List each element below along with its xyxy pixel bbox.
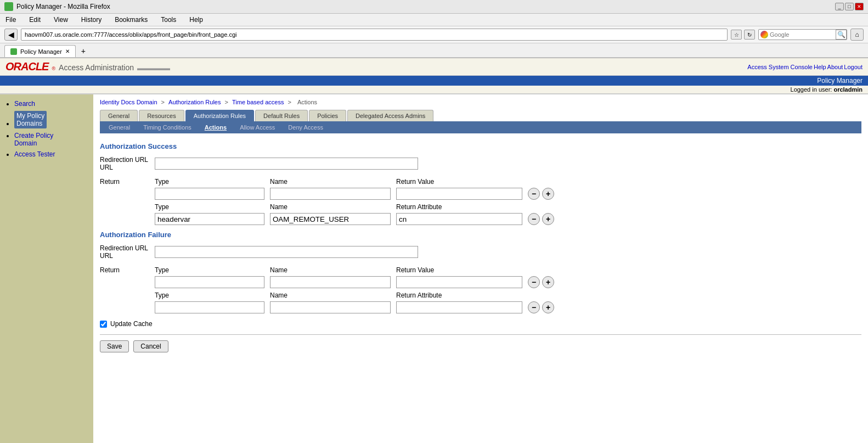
breadcrumb-sep-2: >: [225, 99, 230, 105]
tab-icon: [10, 48, 17, 55]
save-button[interactable]: Save: [100, 340, 129, 352]
loading-indicator: ▬▬▬▬▬: [137, 64, 170, 72]
create-policy-domain-link[interactable]: Create PolicyDomain: [14, 132, 53, 147]
update-cache-checkbox[interactable]: [100, 321, 107, 328]
auth-success-name-header-2: Name: [270, 203, 391, 211]
menu-tools[interactable]: Tools: [157, 15, 179, 25]
tab-authorization-rules[interactable]: Authorization Rules: [185, 110, 254, 121]
auth-failure-name-header-2: Name: [270, 291, 391, 299]
auth-success-type-input-2[interactable]: [155, 213, 264, 225]
sidebar: Search My PolicyDomains Create PolicyDom…: [0, 94, 93, 443]
auth-failure-add-row-2-button[interactable]: +: [542, 301, 554, 313]
star-icon: ☆: [731, 30, 742, 40]
menu-help[interactable]: Help: [186, 15, 206, 25]
auth-success-type-input-1[interactable]: [155, 188, 264, 200]
search-link[interactable]: Search: [14, 100, 35, 108]
auth-success-return-value-input-1[interactable]: [396, 188, 522, 200]
tab-default-rules[interactable]: Default Rules: [255, 110, 308, 121]
access-system-console-link[interactable]: Access System Console: [747, 64, 813, 70]
sub-tab-deny-access[interactable]: Deny Access: [281, 122, 330, 132]
auth-failure-return-headers: Return Type Name Return Value: [100, 266, 861, 274]
breadcrumb-actions: Actions: [297, 99, 317, 105]
logged-in-prefix: Logged in user:: [791, 86, 832, 93]
search-button[interactable]: 🔍: [836, 30, 847, 40]
auth-failure-return-value-input-1[interactable]: [396, 276, 522, 288]
maximize-button[interactable]: □: [845, 3, 854, 10]
help-link[interactable]: Help: [814, 64, 826, 70]
update-cache-label: Update Cache: [110, 320, 153, 328]
auth-failure-add-row-1-button[interactable]: +: [542, 276, 554, 288]
tab-policies[interactable]: Policies: [309, 110, 346, 121]
logout-link[interactable]: Logout: [844, 64, 863, 70]
address-bar[interactable]: [21, 29, 728, 41]
auth-success-name-input-1[interactable]: [270, 188, 391, 200]
access-tester-link[interactable]: Access Tester: [14, 150, 55, 158]
auth-failure-type-input-2[interactable]: [155, 301, 264, 313]
auth-failure-type-input-1[interactable]: [155, 276, 264, 288]
close-button[interactable]: ✕: [855, 3, 864, 10]
tab-general[interactable]: General: [100, 110, 138, 121]
menu-history[interactable]: History: [78, 15, 105, 25]
auth-success-name-input-2[interactable]: [270, 213, 391, 225]
auth-failure-return-row-1: − +: [100, 276, 861, 288]
auth-failure-row-2-buttons: − +: [528, 301, 554, 313]
auth-success-return-attribute-input-2[interactable]: [396, 213, 522, 225]
auth-success-row-1-buttons: − +: [528, 188, 554, 200]
policy-manager-label: Policy Manager: [817, 77, 863, 85]
auth-success-redirect-input[interactable]: [155, 158, 418, 170]
auth-success-return-row-2: − +: [100, 213, 861, 225]
auth-failure-return-attribute-input-2[interactable]: [396, 301, 522, 313]
refresh-icon[interactable]: ↻: [744, 30, 755, 40]
browser-tab-policy-manager[interactable]: Policy Manager ✕: [4, 45, 76, 57]
breadcrumb-identity-docs[interactable]: Identity Docs Domain: [100, 99, 157, 105]
sidebar-item-create-policy-domain[interactable]: Create PolicyDomain: [14, 132, 89, 147]
tab-resources[interactable]: Resources: [139, 110, 184, 121]
auth-failure-redirect-input[interactable]: [155, 246, 418, 258]
minimize-button[interactable]: _: [835, 3, 844, 10]
menu-view[interactable]: View: [50, 15, 71, 25]
firefox-icon: [4, 2, 13, 11]
auth-success-redirect-row: Redirection URL URL: [100, 156, 861, 171]
menu-bookmarks[interactable]: Bookmarks: [111, 15, 151, 25]
sidebar-item-access-tester[interactable]: Access Tester: [14, 150, 89, 158]
auth-failure-name-input-2[interactable]: [270, 301, 391, 313]
tab-delegated-access-admins[interactable]: Delegated Access Admins: [347, 110, 433, 121]
browser-title: Policy Manager - Mozilla Firefox: [16, 3, 110, 10]
auth-success-add-row-2-button[interactable]: +: [542, 213, 554, 225]
oracle-logo: ORACLE® Access Administration ▬▬▬▬▬: [5, 60, 170, 73]
auth-success-type-header-1: Type: [155, 178, 264, 186]
sidebar-item-search[interactable]: Search: [14, 100, 89, 108]
tab-close-icon[interactable]: ✕: [65, 48, 70, 54]
menu-edit[interactable]: Edit: [26, 15, 44, 25]
auth-success-remove-row-2-button[interactable]: −: [528, 213, 540, 225]
new-tab-button[interactable]: +: [77, 45, 90, 57]
policy-manager-bar: Policy Manager: [0, 76, 868, 86]
search-input[interactable]: [770, 30, 836, 40]
sub-tab-allow-access[interactable]: Allow Access: [233, 122, 281, 132]
about-link[interactable]: About: [827, 64, 843, 70]
sub-tab-timing-conditions[interactable]: Timing Conditions: [137, 122, 198, 132]
auth-success-add-row-1-button[interactable]: +: [542, 188, 554, 200]
auth-success-remove-row-1-button[interactable]: −: [528, 188, 540, 200]
auth-success-section: Authorization Success Redirection URL UR…: [100, 142, 861, 225]
sidebar-item-my-policy-domains[interactable]: My PolicyDomains: [14, 111, 89, 128]
auth-failure-type-header-2: Type: [155, 291, 264, 299]
breadcrumb-authorization-rules[interactable]: Authorization Rules: [168, 99, 221, 105]
auth-failure-name-input-1[interactable]: [270, 276, 391, 288]
breadcrumb-time-based-access[interactable]: Time based access: [232, 99, 284, 105]
auth-failure-section: Authorization Failure Redirection URL UR…: [100, 231, 861, 313]
my-policy-domains-link[interactable]: My PolicyDomains: [16, 112, 44, 127]
auth-failure-remove-row-1-button[interactable]: −: [528, 276, 540, 288]
auth-success-return-headers-2: Type Name Return Attribute: [100, 203, 861, 211]
cancel-button[interactable]: Cancel: [133, 340, 168, 352]
auth-failure-row-1-buttons: − +: [528, 276, 554, 288]
auth-failure-type-header-1: Type: [155, 266, 264, 274]
sub-tab-actions[interactable]: Actions: [198, 122, 233, 132]
auth-failure-return-value-header: Return Value: [396, 266, 522, 274]
back-button[interactable]: ◀: [4, 29, 18, 41]
update-cache-row: Update Cache: [100, 320, 861, 328]
menu-file[interactable]: File: [2, 15, 19, 25]
sub-tab-general[interactable]: General: [102, 122, 137, 132]
auth-failure-remove-row-2-button[interactable]: −: [528, 301, 540, 313]
home-button[interactable]: ⌂: [850, 29, 864, 41]
